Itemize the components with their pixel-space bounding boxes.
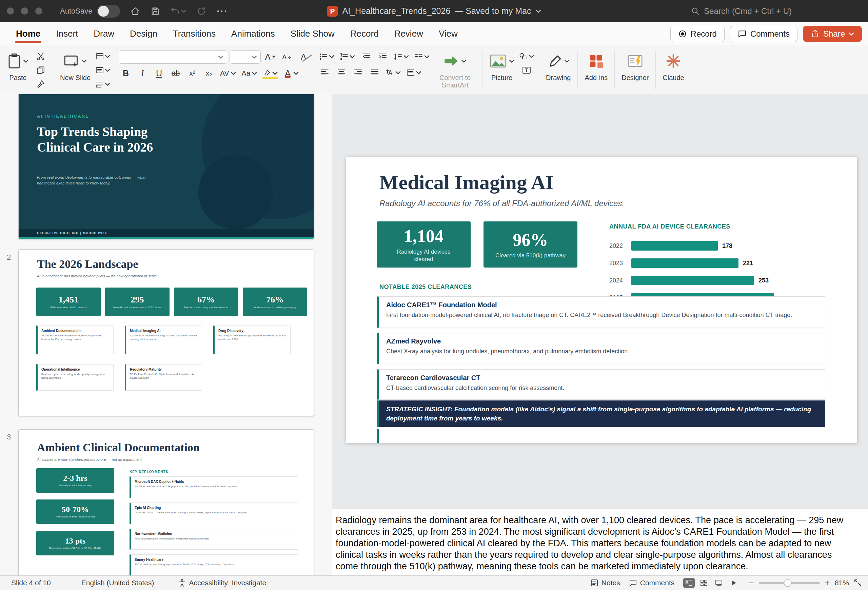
line-spacing-button[interactable] — [392, 50, 410, 63]
tab-view[interactable]: View — [431, 22, 465, 46]
redo-button[interactable] — [197, 6, 206, 16]
font-color-button[interactable]: A — [282, 67, 300, 80]
align-right-button[interactable] — [351, 66, 365, 79]
zoom-window-button[interactable] — [35, 7, 42, 15]
new-slide-button[interactable]: New Slide — [57, 48, 94, 82]
tab-record[interactable]: Record — [342, 22, 387, 46]
shapes-button[interactable] — [518, 50, 535, 62]
slide-subtitle-textbox[interactable]: Radiology AI accounts for 76% of all FDA… — [379, 199, 624, 208]
convert-to-smartart-button[interactable]: Convert to SmartArt — [431, 48, 479, 93]
align-text-button[interactable] — [405, 66, 423, 79]
superscript-button[interactable]: x² — [185, 67, 199, 80]
reading-view-button[interactable] — [713, 578, 725, 588]
copy-button[interactable] — [32, 64, 50, 76]
comments-button[interactable]: Comments — [730, 26, 797, 42]
text-direction-icon — [386, 69, 394, 76]
comments-toggle-button[interactable]: Comments — [629, 579, 675, 587]
document-title-menu[interactable]: P AI_Healthcare_Trends_2026 — Saved to m… — [327, 0, 541, 22]
close-window-button[interactable] — [7, 7, 14, 15]
zoom-out-button[interactable]: − — [748, 577, 754, 588]
clearance-card[interactable]: Aidoc CARE1™ Foundation Model First foun… — [377, 296, 825, 328]
bold-button[interactable]: B — [119, 67, 133, 80]
strategic-insight-bar[interactable]: STRATEGIC INSIGHT: Foundation models (li… — [377, 400, 825, 427]
italic-button[interactable]: I — [135, 67, 149, 80]
section-button[interactable] — [94, 78, 112, 90]
align-left-button[interactable] — [318, 66, 332, 79]
slide-thumbnail-3[interactable]: Ambient Clinical Documentation AI scribe… — [18, 429, 314, 575]
accessibility-checker[interactable]: Accessibility: Investigate — [178, 579, 267, 587]
tab-design[interactable]: Design — [122, 22, 165, 46]
stat-card-devices[interactable]: 1,104 Radiology AI devices cleared — [377, 221, 471, 267]
drawing-button[interactable]: Drawing — [542, 48, 574, 82]
zoom-slider-knob[interactable] — [784, 579, 791, 587]
slide-thumbnail-panel[interactable]: AI IN HEALTHCARE Top Trends Shaping Clin… — [0, 94, 332, 575]
clearance-card[interactable]: Terarecon Cardiovascular CT CT-based car… — [377, 369, 825, 400]
character-spacing-button[interactable]: AV — [218, 67, 237, 80]
increase-indent-button[interactable] — [376, 50, 390, 63]
text-box-button[interactable] — [518, 64, 535, 76]
speaker-notes-text[interactable]: Radiology remains the dominant area for … — [336, 515, 855, 572]
text-direction-button[interactable] — [384, 66, 403, 79]
tab-slide-show[interactable]: Slide Show — [283, 22, 342, 46]
addins-button[interactable]: Add-ins — [581, 48, 611, 82]
autosave-toggle[interactable] — [97, 5, 120, 18]
slide-4-editor[interactable]: Medical Imaging AI Radiology AI accounts… — [346, 157, 857, 443]
zoom-in-button[interactable]: + — [825, 577, 830, 588]
paste-button[interactable]: Paste — [4, 48, 32, 82]
slide-sorter-view-button[interactable] — [698, 578, 710, 588]
increase-font-size-button[interactable]: A — [263, 50, 278, 63]
decrease-indent-button[interactable] — [359, 50, 373, 63]
minimize-window-button[interactable] — [21, 7, 28, 15]
record-button[interactable]: Record — [670, 26, 725, 42]
fit-to-window-icon[interactable] — [854, 579, 862, 587]
tab-home[interactable]: Home — [8, 22, 48, 46]
tab-animations[interactable]: Animations — [223, 22, 283, 46]
font-size-select[interactable] — [230, 50, 261, 64]
strikethrough-button[interactable]: ab — [168, 67, 183, 80]
home-button[interactable] — [130, 6, 140, 16]
speaker-notes-pane[interactable]: Radiology remains the dominant area for … — [332, 509, 868, 575]
decrease-font-size-button[interactable]: A — [280, 50, 294, 63]
share-button[interactable]: Share — [803, 26, 862, 42]
underline-button[interactable]: U — [152, 67, 166, 80]
slide-title-textbox[interactable]: Medical Imaging AI — [379, 171, 554, 194]
language-selector[interactable]: English (United States) — [81, 579, 154, 587]
columns-button[interactable] — [413, 50, 431, 63]
claude-button[interactable]: Claude — [659, 48, 687, 82]
designer-button[interactable]: Designer — [618, 48, 652, 82]
save-button[interactable] — [151, 6, 160, 16]
tab-transitions[interactable]: Transitions — [165, 22, 223, 46]
highlight-color-button[interactable] — [261, 67, 279, 80]
subscript-button[interactable]: x₂ — [202, 67, 216, 80]
slide-canvas[interactable]: Medical Imaging AI Radiology AI accounts… — [332, 94, 868, 509]
font-name-select[interactable] — [119, 50, 227, 64]
picture-button[interactable]: Picture — [486, 48, 518, 82]
format-painter-button[interactable] — [32, 78, 50, 90]
numbering-button[interactable] — [338, 50, 357, 63]
zoom-slider[interactable] — [759, 582, 820, 584]
stat-card-pathway[interactable]: 96% Cleared via 510(k) pathway — [484, 221, 577, 267]
justify-button[interactable] — [368, 66, 382, 79]
clearance-card-partial[interactable] — [377, 429, 825, 443]
zoom-percentage[interactable]: 81% — [835, 579, 849, 587]
clear-formatting-button[interactable]: A — [296, 50, 311, 63]
tab-review[interactable]: Review — [387, 22, 431, 46]
undo-button[interactable] — [170, 6, 186, 16]
normal-view-button[interactable] — [683, 578, 695, 588]
more-commands-button[interactable] — [216, 9, 227, 13]
align-center-button[interactable] — [334, 66, 348, 79]
reset-slide-button[interactable] — [94, 64, 112, 76]
tab-draw[interactable]: Draw — [86, 22, 122, 46]
tab-insert[interactable]: Insert — [48, 22, 86, 46]
bullets-button[interactable] — [318, 50, 336, 63]
cut-button[interactable] — [32, 50, 50, 62]
slide-thumbnail-2[interactable]: The 2026 Landscape AI in healthcare has … — [18, 249, 314, 416]
notes-toggle-button[interactable]: Notes — [590, 579, 620, 587]
change-case-button[interactable]: Aa — [240, 67, 259, 80]
search-field[interactable]: Search (Cmd + Ctrl + U) — [691, 0, 792, 22]
chart-value-label: 178 — [722, 242, 732, 249]
slide-thumbnail-1[interactable]: AI IN HEALTHCARE Top Trends Shaping Clin… — [18, 94, 314, 239]
slide-layout-button[interactable] — [94, 50, 112, 62]
slideshow-view-button[interactable] — [728, 578, 740, 588]
clearance-card[interactable]: AZmed Rayvolve Chest X-ray analysis for … — [377, 333, 825, 364]
